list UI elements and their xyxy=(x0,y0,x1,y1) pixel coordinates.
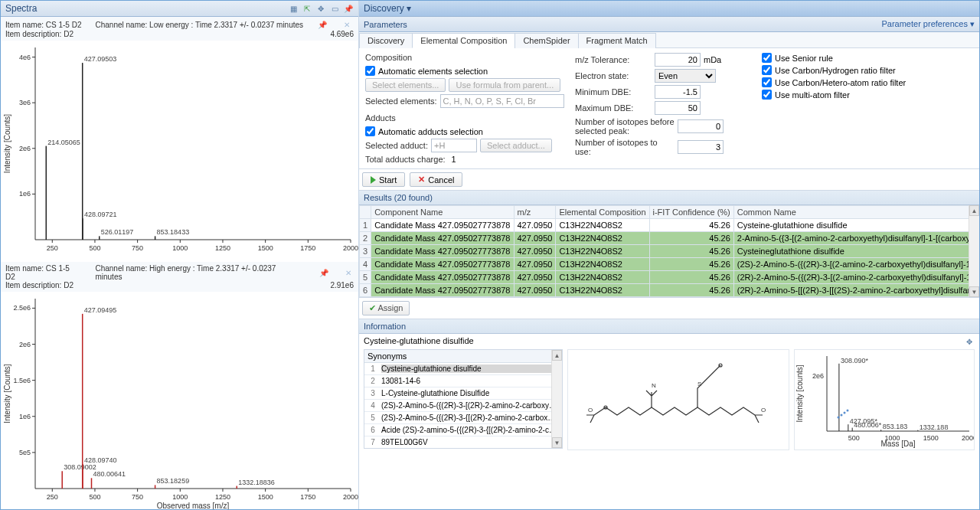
tab-chemspider[interactable]: ChemSpider xyxy=(514,33,578,48)
svg-text:2e6: 2e6 xyxy=(812,372,824,380)
svg-text:250: 250 xyxy=(47,244,58,252)
svg-text:1000: 1000 xyxy=(884,434,900,442)
export-icon[interactable]: ⇱ xyxy=(302,3,312,14)
cha-ratio-checkbox[interactable]: Use Carbon/Hetero-atom ratio filter xyxy=(762,77,973,87)
table-row[interactable]: 5Candidate Mass 427.095027773878427.0950… xyxy=(360,271,980,284)
svg-text:214.05065: 214.05065 xyxy=(47,139,80,146)
svg-point-107 xyxy=(847,410,849,412)
tab-discovery[interactable]: Discovery xyxy=(359,33,413,48)
list-item[interactable]: 789TEL00G6V xyxy=(364,436,562,449)
compound-name: Cysteine-glutathione disulfide xyxy=(364,336,474,345)
svg-text:1500: 1500 xyxy=(258,493,273,501)
parameters-header: Parameters Parameter preferences ▾ xyxy=(359,17,979,32)
svg-text:Intensity [Counts]: Intensity [Counts] xyxy=(3,114,11,173)
svg-text:2000: 2000 xyxy=(343,244,358,252)
table-row[interactable]: 1Candidate Mass 427.095027773878427.0950… xyxy=(360,219,980,232)
table-row[interactable]: 3Candidate Mass 427.095027773878427.0950… xyxy=(360,245,980,258)
svg-text:2e6: 2e6 xyxy=(19,145,31,152)
svg-point-105 xyxy=(841,414,843,417)
svg-text:1.5e6: 1.5e6 xyxy=(13,377,31,384)
auto-elements-checkbox[interactable]: Automatic elements selection xyxy=(365,66,564,76)
results-scrollbar[interactable]: ▲▼ xyxy=(969,205,979,297)
close-icon[interactable]: ✕ xyxy=(341,19,352,30)
list-item[interactable]: 6Acide (2S)-2-amino-5-({(2R)-3-{[(2R)-2-… xyxy=(364,424,562,436)
svg-text:500: 500 xyxy=(89,244,100,252)
list-item[interactable]: 3L-Cysteine-glutathione Disulfide xyxy=(364,387,562,400)
spectra-header: Spectra ▦ ⇱ ✥ ▭ 📌 xyxy=(1,1,358,17)
svg-text:427.09503: 427.09503 xyxy=(84,55,117,63)
parameter-body: Composition Automatic elements selection… xyxy=(359,48,979,169)
table-row[interactable]: 6Candidate Mass 427.095027773878427.0950… xyxy=(360,284,980,297)
svg-text:526.01197: 526.01197 xyxy=(101,228,134,236)
svg-text:480.00641: 480.00641 xyxy=(93,470,126,478)
svg-text:853.18433: 853.18433 xyxy=(157,228,190,236)
svg-text:1500: 1500 xyxy=(923,434,939,442)
close-icon[interactable]: ✕ xyxy=(343,267,354,278)
svg-text:1250: 1250 xyxy=(215,244,230,252)
discovery-header[interactable]: Discovery ▾ xyxy=(359,1,979,17)
max-dbe-input[interactable] xyxy=(655,101,701,115)
svg-text:1000: 1000 xyxy=(172,244,188,252)
tab-fragment-match[interactable]: Fragment Match xyxy=(578,33,656,48)
svg-text:2e6: 2e6 xyxy=(19,341,31,348)
grid-icon[interactable]: ▦ xyxy=(288,3,299,14)
svg-point-106 xyxy=(844,412,846,414)
use-formula-button[interactable]: Use formula from parent... xyxy=(449,78,560,92)
niso-before-input[interactable] xyxy=(678,119,724,133)
svg-text:1e6: 1e6 xyxy=(19,413,31,420)
mini-spectrum-chart[interactable]: Intensity [counts]Mass [Da]2e65001000150… xyxy=(794,349,975,450)
chart2-meta: Item name: CS 1-5 D2 Channel name: High … xyxy=(1,262,358,292)
svg-text:1e6: 1e6 xyxy=(19,190,31,198)
play-icon xyxy=(371,176,376,184)
synonyms-scrollbar[interactable]: ▲▼ xyxy=(551,350,562,448)
tab-elemental-composition[interactable]: Elemental Composition xyxy=(412,33,515,48)
spectra-title: Spectra xyxy=(5,3,37,14)
min-dbe-input[interactable] xyxy=(655,85,701,99)
list-item[interactable]: 213081-14-6 xyxy=(364,375,562,387)
high-energy-chart[interactable]: 250500750100012501500175020005e51e61.5e6… xyxy=(1,292,358,510)
pin-icon[interactable]: 📌 xyxy=(343,3,354,14)
svg-text:N: N xyxy=(652,382,656,389)
svg-text:750: 750 xyxy=(132,244,143,252)
niso-use-input[interactable] xyxy=(678,140,724,154)
pin-icon[interactable]: 📌 xyxy=(317,19,328,30)
list-item[interactable]: 5(2S)-2-Amino-5-({(2R)-3-{[(2R)-2-amino-… xyxy=(364,412,562,424)
pin-icon[interactable]: 📌 xyxy=(318,267,329,278)
move-icon[interactable]: ✥ xyxy=(315,3,326,14)
synonyms-table[interactable]: Synonyms 1Cysteine-glutathione disulfide… xyxy=(364,349,563,449)
assign-button[interactable]: ✔ Assign xyxy=(362,301,410,315)
svg-text:1750: 1750 xyxy=(300,244,315,252)
select-adduct-button[interactable]: Select adduct... xyxy=(480,139,552,152)
svg-text:480.006*: 480.006* xyxy=(854,421,882,429)
senior-rule-checkbox[interactable]: Use Senior rule xyxy=(762,53,973,63)
start-button[interactable]: Start xyxy=(362,172,405,187)
move-icon[interactable]: ✥ xyxy=(964,336,975,347)
electron-state-select[interactable]: Even xyxy=(655,69,716,83)
select-elements-button[interactable]: Select elements... xyxy=(365,78,446,92)
svg-text:250: 250 xyxy=(47,493,58,501)
selected-elements-field xyxy=(440,94,564,108)
svg-text:2.5e6: 2.5e6 xyxy=(13,304,31,312)
list-item[interactable]: 1Cysteine-glutathione disulfide xyxy=(364,363,562,375)
chart2-ymax: 2.91e6 xyxy=(330,281,354,289)
parameter-preferences[interactable]: Parameter preferences ▾ xyxy=(881,19,975,29)
svg-text:1750: 1750 xyxy=(300,493,315,501)
structure-view[interactable]: N S O O xyxy=(567,349,789,450)
low-energy-chart[interactable]: 250500750100012501500175020001e62e63e64e… xyxy=(1,41,358,262)
svg-text:O: O xyxy=(761,407,766,414)
table-row[interactable]: 2Candidate Mass 427.095027773878427.0950… xyxy=(360,232,980,245)
svg-text:853.183: 853.183 xyxy=(883,423,908,430)
svg-text:308.090*: 308.090* xyxy=(841,357,869,365)
results-table[interactable]: Component Namem/zElemental Compositioni-… xyxy=(359,205,979,297)
list-item[interactable]: 4(2S)-2-Amino-5-({(2R)-3-[(2R)-2-amino-2… xyxy=(364,400,562,412)
svg-text:1332.18836: 1332.18836 xyxy=(238,479,275,486)
table-row[interactable]: 4Candidate Mass 427.095027773878427.0950… xyxy=(360,258,980,271)
mz-tolerance-input[interactable] xyxy=(655,53,701,67)
svg-text:S: S xyxy=(697,381,701,387)
minimize-icon[interactable]: ▭ xyxy=(329,3,340,14)
multiatom-checkbox[interactable]: Use multi-atom filter xyxy=(762,90,973,100)
auto-adducts-checkbox[interactable]: Automatic adducts selection xyxy=(365,126,564,136)
cancel-button[interactable]: ✕Cancel xyxy=(410,172,462,187)
ch-ratio-checkbox[interactable]: Use Carbon/Hydrogen ratio filter xyxy=(762,65,973,75)
information-header: Information xyxy=(359,319,979,334)
